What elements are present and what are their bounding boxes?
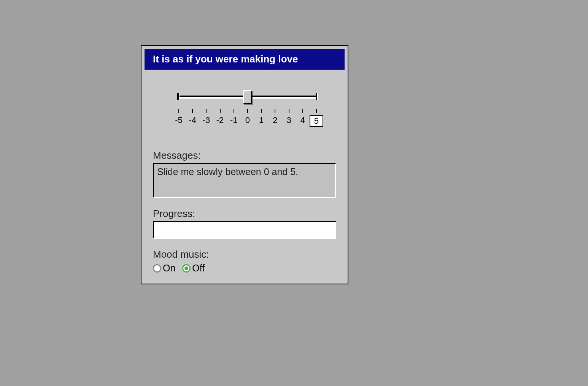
mood-radio-group: On Off [153, 263, 336, 274]
messages-box: Slide me slowly between 0 and 5. [153, 163, 336, 198]
tick-label: 5 [310, 115, 323, 127]
title-bar: It is as if you were making love [145, 49, 345, 70]
tick-label: -2 [215, 115, 225, 125]
tick-label: -5 [174, 115, 184, 125]
tick-label: 1 [256, 115, 266, 125]
tick-mark [178, 109, 179, 113]
tick-mark [275, 109, 275, 113]
mood-off-label: Off [192, 263, 205, 274]
title-text: It is as if you were making love [153, 53, 298, 65]
progress-section: Progress: [153, 208, 336, 239]
slider-thumb[interactable] [243, 90, 252, 104]
tick-mark [220, 109, 221, 113]
tick-label: -3 [201, 115, 211, 125]
mood-label: Mood music: [153, 249, 336, 260]
tick-mark [289, 109, 289, 113]
tick-label: 4 [298, 115, 308, 125]
tick-mark [247, 109, 248, 113]
messages-section: Messages: Slide me slowly between 0 and … [153, 150, 336, 198]
tick-label: 0 [243, 115, 253, 125]
tick-mark [192, 109, 193, 113]
mood-radio-on[interactable]: On [153, 263, 175, 274]
panel-window: It is as if you were making love -5-4-3-… [141, 45, 348, 284]
slider-ticks: -5-4-3-2-1012345 [179, 109, 316, 127]
mood-on-label: On [163, 263, 175, 274]
tick-mark [234, 109, 234, 113]
slider-cap-right [316, 93, 318, 100]
tick-mark [261, 109, 262, 113]
tick-label: -4 [188, 115, 197, 125]
messages-label: Messages: [153, 150, 336, 161]
slider-cap-left [177, 93, 179, 100]
slider-area: -5-4-3-2-1012345 [152, 85, 337, 138]
radio-icon [182, 264, 191, 273]
mood-radio-off[interactable]: Off [182, 263, 205, 274]
tick-label: 2 [270, 115, 280, 125]
mood-section: Mood music: On Off [153, 249, 336, 274]
tick-mark [302, 109, 303, 113]
progress-bar [153, 221, 336, 239]
tick-mark [206, 109, 207, 113]
radio-icon [153, 264, 161, 273]
tick-mark [316, 109, 317, 113]
messages-text: Slide me slowly between 0 and 5. [157, 166, 298, 177]
tick-label: -1 [229, 115, 239, 125]
progress-label: Progress: [153, 208, 336, 220]
tick-label: 3 [284, 115, 294, 125]
